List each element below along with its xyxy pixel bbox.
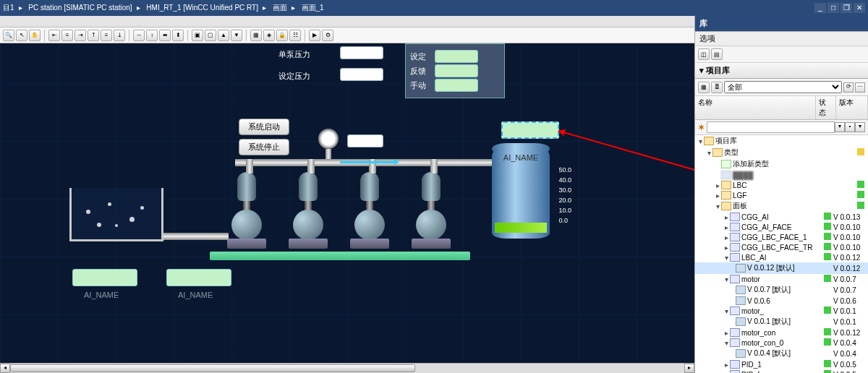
system-start-button[interactable]: 系统启动: [239, 119, 289, 135]
tool-lock-icon[interactable]: 🔒: [276, 30, 288, 41]
tree-item-version[interactable]: V 0.0.4 [默认]V 0.0.4: [695, 348, 868, 359]
filter-dd-3[interactable]: ▾: [855, 122, 865, 132]
maximize-button[interactable]: □: [827, 3, 839, 13]
tree-item[interactable]: ▸CGG_AIV 0.0.13: [695, 212, 868, 222]
tree-item[interactable]: ▸motor_conV 0.0.12: [695, 327, 868, 338]
pressure-gauge-icon: [318, 129, 339, 149]
lib-tool-refresh-icon[interactable]: ⟳: [843, 82, 854, 93]
tool-group-icon[interactable]: ▣: [192, 30, 203, 41]
editor-toolbar: 🔍 ↖ ✋ ⇤ ≡ ⇥ ⤒ ≡ ⤓ ↔ ↕ ⬌ ⬍ ▣ ▢ ▲ ▼ ▦ ◈ 🔒 …: [0, 27, 694, 43]
pump-platform: [210, 252, 470, 260]
options-header[interactable]: 选项: [695, 32, 868, 46]
tree-item[interactable]: ▾LBC_AIV 0.0.12: [695, 252, 868, 262]
tool-layer-icon[interactable]: ☷: [289, 30, 301, 41]
tool-play-icon[interactable]: ▶: [309, 30, 320, 41]
tool-same-w-icon[interactable]: ⬌: [159, 30, 171, 41]
tree-item-version[interactable]: V 0.0.1 [默认]V 0.0.1: [695, 316, 868, 327]
flow-direction-arrow-icon: [340, 161, 398, 163]
tool-align-middle-icon[interactable]: ≡: [101, 30, 112, 41]
dropped-faceplate-selection[interactable]: [501, 121, 559, 139]
tool-align-top-icon[interactable]: ⤒: [88, 30, 99, 41]
lib-tool-list-icon[interactable]: ≣: [711, 82, 723, 93]
design-canvas[interactable]: 单泵压力 设定压力 设定 反馈 手动 系统启动 系统停止: [0, 43, 694, 373]
library-panel: 库 选项 ◫ ▤ ▾ 项目库 ▦ ≣ 全部 ⟳ ⋯ 名称 状态 版本 ✶ ▾ •…: [694, 16, 868, 373]
tool-dist-v-icon[interactable]: ↕: [146, 30, 158, 41]
ai-name-1: AI_NAME: [84, 291, 119, 299]
close-button[interactable]: ✕: [854, 3, 865, 13]
tool-back-icon[interactable]: ▼: [231, 30, 242, 41]
tree-item-version[interactable]: V 0.0.7 [默认]V 0.0.7: [695, 284, 868, 296]
field-feedback[interactable]: [435, 64, 478, 77]
pump-1[interactable]: [224, 172, 268, 252]
tool-dist-h-icon[interactable]: ↔: [133, 30, 145, 41]
lib-tool-more-icon[interactable]: ⋯: [855, 82, 865, 93]
tool-pan-icon[interactable]: ✋: [29, 30, 41, 41]
lib-tool-view-icon[interactable]: ▦: [698, 82, 710, 93]
project-lib-header[interactable]: ▾ 项目库: [695, 63, 868, 79]
options-toolbar: ◫ ▤: [695, 46, 868, 63]
tank[interactable]: AI_NAME 50.040.030.020.010.00.0: [492, 143, 550, 244]
restore-button[interactable]: ❐: [841, 3, 852, 13]
tank-scale: 50.040.030.020.010.00.0: [558, 165, 571, 226]
label-single-pump-pressure: 单泵压力: [278, 49, 310, 60]
tree-item-version[interactable]: V 0.0.12 [默认]V 0.0.12: [695, 262, 868, 274]
water-basin[interactable]: [69, 188, 163, 241]
library-tree[interactable]: ▾项目库 ▾类型 添加新类型 ████ ▸LBC ▸LGF ▾面板 ▸CGG_A…: [695, 135, 868, 373]
tool-align-center-icon[interactable]: ≡: [61, 30, 73, 41]
tree-item[interactable]: ▾motor_V 0.0.1: [695, 306, 868, 316]
tool-align-bottom-icon[interactable]: ⤓: [114, 30, 125, 41]
ai-name-2: AI_NAME: [178, 291, 213, 299]
opt-tool-2-icon[interactable]: ▤: [711, 48, 723, 60]
tree-item[interactable]: ▸PID_faceV 0.0.5: [695, 369, 868, 373]
lib-filter-select[interactable]: 全部: [724, 81, 842, 93]
tool-settings-icon[interactable]: ⚙: [322, 30, 333, 41]
tool-front-icon[interactable]: ▲: [218, 30, 229, 41]
field-single-pump-pressure[interactable]: [340, 46, 383, 59]
title-bar: 目1▸ PC station [SIMATIC PC station]▸ HMI…: [0, 0, 868, 16]
gauge-value-field[interactable]: [347, 134, 383, 147]
faceplate-placeholder-1[interactable]: [72, 269, 137, 286]
tree-filter-input[interactable]: [707, 121, 835, 133]
tree-item-version[interactable]: V 0.0.6V 0.0.6: [695, 296, 868, 306]
label-manual: 手动: [410, 80, 435, 91]
tree-item[interactable]: ▸PID_1V 0.0.5: [695, 359, 868, 369]
editor-area: 🔍 ↖ ✋ ⇤ ≡ ⇥ ⤒ ≡ ⤓ ↔ ↕ ⬌ ⬍ ▣ ▢ ▲ ▼ ▦ ◈ 🔒 …: [0, 16, 694, 373]
tool-pointer-icon[interactable]: ↖: [16, 30, 27, 41]
tree-item[interactable]: ▸CGG_LBC_FACE_TRV 0.0.10: [695, 242, 868, 252]
field-manual[interactable]: [435, 79, 478, 92]
label-set-pressure: 设定压力: [278, 71, 310, 82]
tool-grid-icon[interactable]: ▦: [250, 30, 262, 41]
opt-tool-1-icon[interactable]: ◫: [698, 48, 710, 60]
field-set-pressure[interactable]: [340, 68, 383, 81]
label-feedback: 反馈: [410, 66, 435, 77]
pump-3[interactable]: [347, 172, 391, 252]
tool-align-right-icon[interactable]: ⇥: [75, 30, 86, 41]
tool-align-left-icon[interactable]: ⇤: [48, 30, 60, 41]
pump-4[interactable]: [409, 172, 452, 252]
filter-icon: ✶: [698, 123, 705, 132]
tool-snap-icon[interactable]: ◈: [263, 30, 275, 41]
gauge-pipe: [326, 149, 331, 159]
system-stop-button[interactable]: 系统停止: [239, 139, 289, 155]
tool-same-h-icon[interactable]: ⬍: [172, 30, 184, 41]
canvas-h-scrollbar[interactable]: ◂▸: [0, 363, 694, 373]
minimize-button[interactable]: _: [814, 3, 826, 13]
tree-item[interactable]: ▸CGG_LBC_FACE_1V 0.0.10: [695, 232, 868, 242]
tool-ungroup-icon[interactable]: ▢: [205, 30, 216, 41]
tank-name-label: AI_NAME: [492, 153, 550, 162]
drag-indicator-arrow: [558, 130, 694, 181]
faceplate-placeholder-2[interactable]: [166, 269, 231, 286]
tree-columns-header: 名称 状态 版本: [695, 96, 868, 120]
tree-item[interactable]: ▾motorV 0.0.7: [695, 274, 868, 284]
inlet-pipe: [163, 233, 229, 240]
field-set[interactable]: [435, 50, 478, 63]
label-set: 设定: [410, 51, 435, 62]
tree-item[interactable]: ▸CGG_AI_FACEV 0.0.10: [695, 222, 868, 232]
filter-dd-1[interactable]: ▾: [835, 122, 845, 132]
tool-zoom-icon[interactable]: 🔍: [3, 30, 14, 41]
tree-item[interactable]: ▾motor_con_0V 0.0.4: [695, 338, 868, 348]
params-panel: 设定 反馈 手动: [405, 43, 505, 98]
pump-2[interactable]: [286, 172, 329, 252]
breadcrumb: 目1▸ PC station [SIMATIC PC station]▸ HMI…: [3, 3, 324, 13]
filter-dd-2[interactable]: •: [845, 122, 855, 132]
